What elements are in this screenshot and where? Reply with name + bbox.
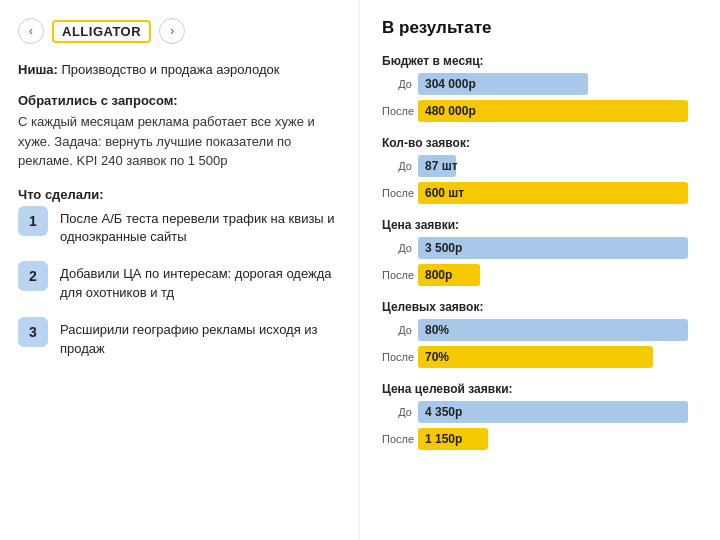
before-bar-row: До 80% <box>382 319 702 341</box>
metric-block: Кол-во заявок: До 87 шт После 600 шт <box>382 136 702 204</box>
before-bar: 304 000р <box>418 73 588 95</box>
results-title: В результате <box>382 18 702 38</box>
before-bar: 3 500р <box>418 237 688 259</box>
request-title: Обратились с запросом: <box>18 93 337 108</box>
metric-label: Цена заявки: <box>382 218 702 232</box>
after-bar-wrap: 1 150р <box>418 428 702 450</box>
metric-label: Целевых заявок: <box>382 300 702 314</box>
before-bar: 80% <box>418 319 688 341</box>
after-bar-wrap: 800р <box>418 264 702 286</box>
after-label: После <box>382 187 412 199</box>
request-body: С каждый месяцам реклама работает все ху… <box>18 112 337 171</box>
after-bar-row: После 70% <box>382 346 702 368</box>
left-panel: ‹ ALLIGATOR › Ниша: Производство и прода… <box>0 0 360 540</box>
after-bar: 600 шт <box>418 182 688 204</box>
after-bar-wrap: 70% <box>418 346 702 368</box>
before-bar: 4 350р <box>418 401 688 423</box>
after-label: После <box>382 105 412 117</box>
before-label: До <box>382 242 412 254</box>
after-bar-row: После 1 150р <box>382 428 702 450</box>
request-section: Обратились с запросом: С каждый месяцам … <box>18 93 337 171</box>
after-bar-wrap: 480 000р <box>418 100 702 122</box>
before-bar-wrap: 304 000р <box>418 73 702 95</box>
step-number: 2 <box>18 261 48 291</box>
metric-label: Кол-во заявок: <box>382 136 702 150</box>
before-bar-wrap: 87 шт <box>418 155 702 177</box>
before-bar: 87 шт <box>418 155 456 177</box>
after-bar: 1 150р <box>418 428 488 450</box>
after-bar: 800р <box>418 264 480 286</box>
after-label: После <box>382 351 412 363</box>
metrics-container: Бюджет в месяц: До 304 000р После 480 00… <box>382 54 702 450</box>
before-label: До <box>382 78 412 90</box>
after-bar: 70% <box>418 346 653 368</box>
step-item: 3 Расширили географию рекламы исходя из … <box>18 317 337 359</box>
before-bar-row: До 4 350р <box>382 401 702 423</box>
step-text: Добавили ЦА по интересам: дорогая одежда… <box>60 261 337 303</box>
page: ‹ ALLIGATOR › Ниша: Производство и прода… <box>0 0 720 540</box>
right-panel: В результате Бюджет в месяц: До 304 000р… <box>360 0 720 540</box>
step-number: 1 <box>18 206 48 236</box>
step-text: После А/Б теста перевели трафик на квизы… <box>60 206 337 248</box>
after-bar-row: После 600 шт <box>382 182 702 204</box>
after-bar-row: После 480 000р <box>382 100 702 122</box>
before-label: До <box>382 160 412 172</box>
before-label: До <box>382 324 412 336</box>
next-button[interactable]: › <box>159 18 185 44</box>
metric-label: Бюджет в месяц: <box>382 54 702 68</box>
step-item: 1 После А/Б теста перевели трафик на кви… <box>18 206 337 248</box>
brand-badge: ALLIGATOR <box>52 20 151 43</box>
before-bar-wrap: 80% <box>418 319 702 341</box>
before-bar-row: До 87 шт <box>382 155 702 177</box>
before-bar-wrap: 4 350р <box>418 401 702 423</box>
step-number: 3 <box>18 317 48 347</box>
metric-block: Цена заявки: До 3 500р После 800р <box>382 218 702 286</box>
metric-block: Бюджет в месяц: До 304 000р После 480 00… <box>382 54 702 122</box>
after-bar: 480 000р <box>418 100 688 122</box>
after-label: После <box>382 269 412 281</box>
metric-block: Целевых заявок: До 80% После 70% <box>382 300 702 368</box>
niche-value: Производство и продажа аэролодок <box>61 62 279 77</box>
metric-label: Цена целевой заявки: <box>382 382 702 396</box>
actions-section: Что сделали: 1 После А/Б теста перевели … <box>18 187 337 359</box>
after-label: После <box>382 433 412 445</box>
steps-list: 1 После А/Б теста перевели трафик на кви… <box>18 206 337 359</box>
prev-button[interactable]: ‹ <box>18 18 44 44</box>
metric-block: Цена целевой заявки: До 4 350р После 1 1… <box>382 382 702 450</box>
before-bar-wrap: 3 500р <box>418 237 702 259</box>
nav-bar: ‹ ALLIGATOR › <box>18 18 337 44</box>
after-bar-wrap: 600 шт <box>418 182 702 204</box>
niche-row: Ниша: Производство и продажа аэролодок <box>18 62 337 77</box>
before-bar-row: До 3 500р <box>382 237 702 259</box>
before-label: До <box>382 406 412 418</box>
niche-label: Ниша: <box>18 62 58 77</box>
after-bar-row: После 800р <box>382 264 702 286</box>
step-item: 2 Добавили ЦА по интересам: дорогая одеж… <box>18 261 337 303</box>
before-bar-row: До 304 000р <box>382 73 702 95</box>
actions-title: Что сделали: <box>18 187 337 202</box>
step-text: Расширили географию рекламы исходя из пр… <box>60 317 337 359</box>
